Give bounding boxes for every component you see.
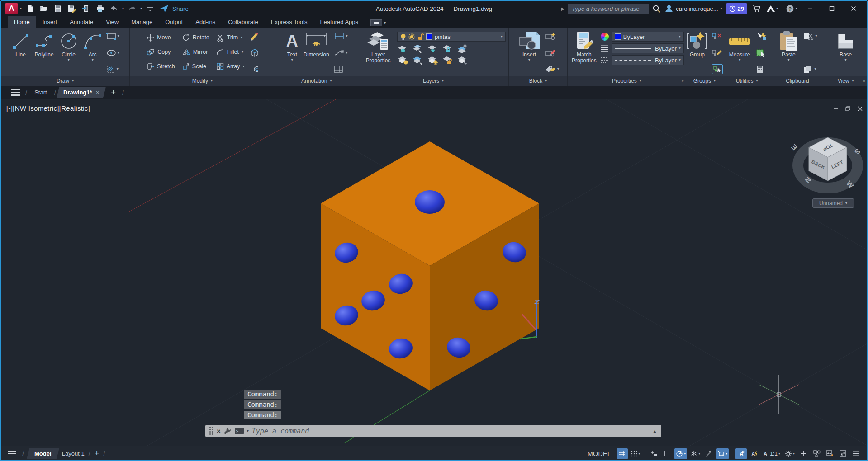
help-button[interactable]: ?▾ <box>786 3 797 14</box>
new-layout-button[interactable]: + <box>95 449 100 458</box>
cart-icon[interactable] <box>751 3 763 14</box>
layer-make-current-button[interactable] <box>397 56 409 65</box>
model-space-label[interactable]: MODEL <box>588 450 611 457</box>
annotation-visibility-toggle[interactable]: A <box>735 448 747 459</box>
panel-footer-groups[interactable]: Groups▾ <box>686 76 723 86</box>
snap-mode-toggle[interactable]: ▾ <box>630 448 641 459</box>
viewport-controls-label[interactable]: [-][NW Isometric][Realistic] <box>6 104 90 112</box>
object-snap-toggle[interactable]: ▾ <box>716 448 729 459</box>
scale-button[interactable]: Scale <box>182 61 209 72</box>
layout-menu-button[interactable] <box>6 451 18 457</box>
measure-button[interactable]: Measure ▾ <box>726 29 753 76</box>
close-button[interactable] <box>844 2 863 15</box>
maximize-button[interactable] <box>823 2 841 15</box>
trial-countdown-badge[interactable]: 29 <box>726 3 747 14</box>
search-collapse-icon[interactable]: ▶ <box>561 6 565 11</box>
layer-previous-button[interactable] <box>412 56 424 65</box>
object-snap-tracking-toggle[interactable] <box>703 448 715 459</box>
dimension-button[interactable]: Dimension <box>302 29 331 76</box>
model-tab[interactable]: Model <box>27 448 59 459</box>
properties-dialog-launcher-icon[interactable]: » <box>682 79 684 83</box>
layer-off-button[interactable] <box>397 44 409 53</box>
trim-button[interactable]: Trim▾ <box>217 32 245 43</box>
rotate-button[interactable]: Rotate <box>182 32 209 43</box>
redo-caret-icon[interactable]: ▾ <box>140 7 142 10</box>
quick-calculator-button[interactable] <box>756 64 767 74</box>
tab-addins[interactable]: Add-ins <box>190 16 221 28</box>
ungroup-button[interactable] <box>712 31 723 41</box>
select-objects-button[interactable] <box>756 48 767 58</box>
fillet-button[interactable]: Fillet▾ <box>217 46 245 58</box>
app-menu-caret-icon[interactable]: ▾ <box>20 7 22 10</box>
tab-view[interactable]: View <box>100 16 124 28</box>
base-button[interactable]: Base ▾ <box>834 29 858 76</box>
layer-freeze-button[interactable] <box>427 44 439 53</box>
ortho-mode-toggle[interactable] <box>661 448 673 459</box>
create-block-button[interactable] <box>545 31 559 41</box>
command-bar-close-icon[interactable]: × <box>217 427 221 435</box>
tab-featured-apps[interactable]: Featured Apps <box>314 16 364 28</box>
array-button[interactable]: Array▾ <box>217 61 245 72</box>
define-attributes-button[interactable]: ▾ <box>545 64 559 74</box>
panel-footer-view[interactable]: View▾» <box>824 76 867 86</box>
command-line-bar[interactable]: × >_ ▾ ▲ <box>205 425 661 437</box>
clean-screen-toggle[interactable] <box>837 448 849 459</box>
search-input[interactable] <box>572 5 645 12</box>
layer-unlock-all-button[interactable] <box>442 56 454 65</box>
named-view-button[interactable]: Unnamed ▾ <box>812 198 854 208</box>
stretch-button[interactable]: Stretch <box>147 61 175 72</box>
annotation-scale-button[interactable]: A1:1▾ <box>762 448 782 459</box>
paste-button[interactable]: Paste ▾ <box>777 29 800 76</box>
view-panel-expander-icon[interactable]: » <box>863 79 865 83</box>
command-bar-drag-handle[interactable] <box>209 427 213 435</box>
command-input[interactable] <box>252 427 649 435</box>
layer-lock-button[interactable] <box>442 44 454 53</box>
dynamic-input-toggle[interactable] <box>648 448 659 459</box>
circle-button[interactable]: Circle ▾ <box>57 29 80 76</box>
mirror-button[interactable]: Mirror <box>182 46 209 58</box>
table-button[interactable] <box>334 64 348 74</box>
minimize-button[interactable] <box>801 2 819 15</box>
redo-button[interactable] <box>126 3 138 14</box>
linetype-icon[interactable] <box>601 57 609 63</box>
customize-qat-button[interactable] <box>144 3 156 14</box>
grid-display-toggle[interactable] <box>617 448 628 459</box>
polyline-button[interactable]: Polyline <box>33 29 56 76</box>
lineweight-icon[interactable] <box>601 45 609 52</box>
layout1-tab[interactable]: Layout 1 <box>62 450 85 457</box>
file-tab-menu-button[interactable] <box>7 89 24 96</box>
file-tab-start[interactable]: Start <box>29 87 52 98</box>
tab-output[interactable]: Output <box>159 16 189 28</box>
move-button[interactable]: Move <box>147 32 175 43</box>
explode-button[interactable] <box>249 48 259 58</box>
isodraft-toggle[interactable]: ▾ <box>689 448 702 459</box>
copy-clip-button[interactable]: ▾ <box>803 64 817 74</box>
panel-footer-clipboard[interactable]: Clipboard <box>771 76 824 86</box>
edit-block-button[interactable] <box>545 48 559 58</box>
color-wheel-icon[interactable] <box>601 33 609 41</box>
layer-select-combo[interactable]: pintas ▾ <box>397 32 506 42</box>
viewcube[interactable]: N W S E TOP BACK LEFT <box>790 137 862 190</box>
polar-tracking-toggle[interactable]: ▾ <box>674 448 687 459</box>
share-icon[interactable] <box>158 3 170 14</box>
match-properties-button[interactable]: Match Properties <box>569 29 599 76</box>
panel-footer-properties[interactable]: Properties▾» <box>568 76 686 86</box>
save-button[interactable] <box>52 3 64 14</box>
group-selection-toggle[interactable] <box>712 64 723 74</box>
panel-footer-utilities[interactable]: Utilities▾ <box>723 76 771 86</box>
layer-isolate-button[interactable] <box>412 44 424 53</box>
tab-manage[interactable]: Manage <box>125 16 158 28</box>
customization-menu-button[interactable] <box>850 448 862 459</box>
offset-button[interactable] <box>249 64 259 74</box>
tab-insert[interactable]: Insert <box>37 16 63 28</box>
command-prompt-caret-icon[interactable]: ▾ <box>247 429 249 433</box>
insert-button[interactable]: Insert ▾ <box>516 29 542 76</box>
annotation-autoscale-toggle[interactable]: A <box>749 448 760 459</box>
undo-button[interactable] <box>108 3 120 14</box>
group-edit-button[interactable] <box>712 48 723 58</box>
isolate-objects-button[interactable] <box>811 448 822 459</box>
file-tab-drawing1[interactable]: Drawing1* × <box>57 87 106 98</box>
share-label[interactable]: Share <box>172 5 189 12</box>
ribbon-display-button[interactable] <box>370 19 382 26</box>
text-button[interactable]: A Text ▾ <box>285 29 300 76</box>
